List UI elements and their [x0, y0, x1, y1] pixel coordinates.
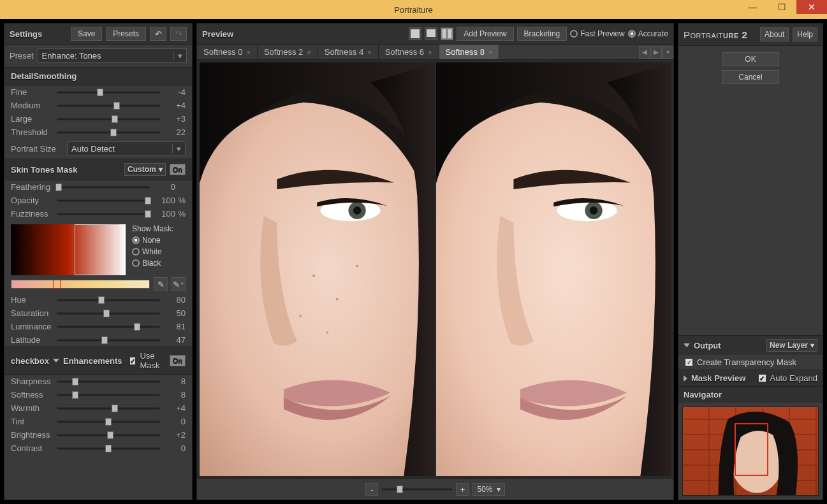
settings-panel: Settings Save Presets ↶ ↷ Preset Enhance…: [4, 23, 193, 500]
slider-fuzziness[interactable]: [57, 210, 150, 219]
slider-contrast[interactable]: [57, 444, 160, 453]
portrait-size-select[interactable]: Auto Detect ▾: [67, 141, 186, 156]
close-icon[interactable]: ×: [428, 48, 432, 56]
slider-label: Fuzziness: [11, 209, 57, 219]
eyedropper-icon[interactable]: ✎: [154, 277, 168, 291]
minimize-button[interactable]: —: [738, 0, 767, 14]
auto-expand-label: Auto Expand: [770, 373, 817, 383]
enhancements-on-toggle[interactable]: On: [170, 355, 186, 366]
transparency-checkbox[interactable]: ✓: [685, 358, 693, 366]
close-icon[interactable]: ×: [367, 48, 371, 56]
slider-value: +2: [160, 430, 186, 440]
ok-button[interactable]: OK: [722, 52, 779, 66]
slider-brightness[interactable]: [57, 431, 160, 440]
fast-preview-radio[interactable]: Fast Preview: [570, 29, 624, 38]
slider-hue[interactable]: [57, 296, 160, 305]
slider-saturation[interactable]: [57, 309, 160, 318]
preview-tabs: Softness 0×Softness 2×Softness 4×Softnes…: [197, 45, 673, 60]
color-picker[interactable]: [11, 224, 126, 275]
close-icon[interactable]: ×: [307, 48, 311, 56]
skin-tones-mask-title: Skin Tones Mask: [11, 165, 78, 175]
app-logo: Portraiture 2: [684, 29, 747, 40]
add-preview-button[interactable]: Add Preview: [457, 27, 513, 41]
tab-softness-6[interactable]: Softness 6×: [379, 45, 439, 59]
svg-point-8: [326, 331, 328, 334]
view-stack-icon[interactable]: [425, 27, 437, 40]
preview-before: [200, 62, 435, 476]
chevron-down-icon: ▾: [159, 165, 163, 174]
transparency-label: Create Transparency Mask: [697, 357, 796, 367]
preset-select[interactable]: Enhance: Tones ▾: [38, 48, 187, 63]
titlebar: Portraiture — ☐ ✕: [0, 0, 827, 19]
undo-icon[interactable]: ↶: [150, 27, 166, 41]
mask-radio-black[interactable]: Black: [132, 259, 173, 268]
slider-label: Fine: [11, 87, 57, 97]
mask-mode-select[interactable]: Custom▾: [124, 163, 166, 176]
bracketing-button[interactable]: Bracketing: [517, 27, 567, 41]
slider-sharpness[interactable]: [57, 377, 160, 386]
close-icon[interactable]: ×: [246, 48, 250, 56]
svg-point-5: [336, 298, 339, 301]
slider-feathering[interactable]: [57, 183, 150, 192]
tab-menu-icon[interactable]: ▾: [662, 46, 673, 59]
use-mask-checkbox[interactable]: ✓: [129, 357, 136, 365]
output-select[interactable]: New Layer▾: [766, 339, 817, 352]
redo-icon[interactable]: ↷: [170, 27, 187, 41]
use-mask-label: Use Mask: [140, 351, 165, 370]
save-button[interactable]: Save: [71, 27, 102, 41]
slider-fine[interactable]: [57, 88, 160, 97]
slider-opacity[interactable]: [57, 196, 150, 205]
chevron-down-icon: [53, 359, 59, 363]
slider-threshold[interactable]: [57, 128, 160, 137]
slider-label: Opacity: [11, 196, 57, 205]
preview-area[interactable]: [197, 60, 673, 479]
slider-value: 47: [160, 335, 186, 345]
view-split-icon[interactable]: [441, 27, 453, 40]
tab-softness-2[interactable]: Softness 2×: [258, 45, 318, 59]
slider-label: Brightness: [11, 430, 57, 440]
view-single-icon[interactable]: [409, 27, 421, 40]
mask-radio-white[interactable]: White: [132, 247, 173, 256]
about-button[interactable]: About: [760, 27, 789, 41]
tab-softness-0[interactable]: Softness 0×: [197, 45, 258, 59]
slider-latitude[interactable]: [57, 336, 160, 345]
tab-next-icon[interactable]: ▶: [650, 46, 662, 59]
navigator-title: Navigator: [684, 390, 722, 400]
slider-medium[interactable]: [57, 101, 160, 110]
preview-after: [436, 62, 671, 476]
tab-softness-4[interactable]: Softness 4×: [318, 45, 379, 59]
mask-on-toggle[interactable]: On: [170, 164, 186, 175]
zoom-select[interactable]: 50%▾: [472, 483, 504, 496]
zoom-slider[interactable]: [382, 485, 452, 494]
slider-softness[interactable]: [57, 391, 160, 400]
tab-prev-icon[interactable]: ◀: [639, 46, 650, 59]
tab-softness-8[interactable]: Softness 8×: [439, 45, 500, 59]
slider-tint[interactable]: [57, 417, 160, 426]
navigator-thumbnail[interactable]: [682, 407, 819, 496]
window-title: Portraiture: [394, 5, 433, 15]
navigator-viewport-box[interactable]: [735, 423, 768, 476]
cancel-button[interactable]: Cancel: [722, 70, 779, 84]
svg-point-4: [312, 275, 315, 277]
mask-radio-none[interactable]: None: [132, 236, 173, 245]
slider-warmth[interactable]: [57, 404, 160, 413]
chevron-down-icon: ▾: [173, 51, 182, 61]
svg-point-6: [299, 315, 302, 317]
maximize-button[interactable]: ☐: [767, 0, 796, 14]
presets-button[interactable]: Presets: [106, 27, 146, 41]
close-icon[interactable]: ×: [488, 48, 492, 56]
settings-title: Settings: [10, 29, 42, 39]
eyedropper-add-icon[interactable]: ✎⁺: [172, 277, 186, 291]
slider-label: Sharpness: [11, 377, 57, 386]
help-button[interactable]: Help: [793, 27, 817, 41]
preview-panel: Preview Add Preview Bracketing Fast Prev…: [196, 23, 674, 500]
slider-luminance[interactable]: [57, 322, 160, 331]
zoom-in-button[interactable]: +: [456, 483, 469, 496]
auto-expand-checkbox[interactable]: ✓: [758, 374, 766, 382]
accurate-radio[interactable]: Accurate: [628, 29, 668, 38]
zoom-out-button[interactable]: -: [365, 483, 378, 496]
hue-bar[interactable]: [11, 280, 150, 289]
slider-large[interactable]: [57, 115, 160, 124]
close-button[interactable]: ✕: [796, 0, 827, 14]
slider-label: Hue: [11, 295, 57, 305]
